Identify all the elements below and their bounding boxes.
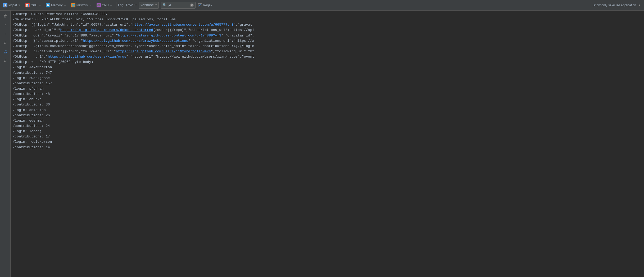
logcat-dropdown-icon: ▼ [18, 4, 21, 7]
log-line: /contributions: 17 [13, 134, 642, 139]
gpu-icon: 🎮 [97, 3, 101, 7]
main-container: 🗑 ↑ ↓ ⚙ 🖨 ⚙ /OkHttp: OkHttp-Received-Mil… [0, 11, 644, 277]
log-line: /OkHttp: tarred_url":"https://api.github… [13, 27, 642, 33]
log-line: /OkHttp: OkHttp-Received-Millis: 1459600… [13, 12, 642, 17]
log-line: /contributions: 747 [13, 70, 642, 76]
settings-button[interactable]: ⚙ [1, 57, 10, 65]
show-selected-label: Show only selected application [593, 3, 636, 7]
gpu-tab[interactable]: 🎮 GPU ↔ [94, 2, 115, 9]
regex-button[interactable]: ✓ Regex [196, 2, 214, 9]
memory-icon: 💾 [46, 3, 50, 7]
show-selected-button[interactable]: Show only selected application ▼ [591, 2, 643, 9]
log-line: /OkHttp: }","subscriptions_url":"https:/… [13, 38, 642, 44]
log-line: /login: eburke [13, 97, 642, 102]
log-line: /contributions: 157 [13, 81, 642, 86]
log-line: /contributions: 24 [13, 123, 642, 129]
log-line: /OkHttp: .github.com/users/ransombriggs/… [13, 44, 642, 49]
cpu-dropdown-icon: ↔ [38, 4, 41, 7]
log-line: /login: loganj [13, 129, 642, 134]
log-line: /OkHttp: [{"login":"JakeWharton","id":66… [13, 22, 642, 27]
scroll-top-button[interactable]: ↑ [1, 21, 10, 29]
log-line: /login: JakeWharton [13, 65, 642, 70]
logcat-tab[interactable]: 📋 logcat ▼ [1, 2, 23, 9]
log-line: /login: pforhan [13, 86, 642, 91]
clear-search-button[interactable]: ✕ [190, 3, 194, 7]
search-input[interactable] [168, 3, 189, 7]
log-link[interactable]: https://api.github.com/users/dnkoutso/st… [60, 28, 153, 32]
log-line: /contributions: 14 [13, 145, 642, 150]
log-link[interactable]: https://api.github.com/users/crazybob/su… [83, 39, 188, 43]
scroll-bottom-button[interactable]: ↓ [1, 30, 10, 38]
log-link[interactable]: https://api.github.com/users/xian/orgs [48, 55, 126, 59]
log-line: /OkHttp: <-- END HTTP (26962-byte body) [13, 59, 642, 65]
log-line: /contributions: 26 [13, 113, 642, 118]
memory-dropdown-icon: ↔ [64, 4, 66, 7]
log-line: /OkHttp: ogin":"kryali","id":174889,"ava… [13, 33, 642, 38]
log-level-label: Log level: [118, 3, 137, 7]
regex-checkbox-icon: ✓ [198, 3, 202, 7]
log-line: /login: edenman [13, 118, 642, 123]
memory-tab[interactable]: 💾 Memory ↔ [44, 2, 68, 9]
clear-logcat-button[interactable]: 🗑 [1, 12, 10, 20]
log-line: /login: swankjesse [13, 76, 642, 81]
logcat-icon: 📋 [3, 3, 7, 7]
network-dropdown-icon: ↔ [89, 4, 92, 7]
memory-label: Memory [51, 3, 62, 7]
log-line: /OkHttp: _url":"https://api.github.com/u… [13, 54, 642, 59]
log-line: /contributions: 48 [13, 91, 642, 97]
logcat-label: logcat [8, 3, 17, 7]
cpu-icon: 📊 [25, 3, 30, 7]
search-icon: 🔍 [163, 3, 167, 7]
log-link[interactable]: https://api.github.com/users/jjNford/fol… [116, 49, 211, 53]
filter-button[interactable]: ⚙ [1, 39, 10, 47]
show-selected-dropdown-icon: ▼ [638, 4, 641, 7]
log-line: /contributions: 36 [13, 102, 642, 107]
gpu-label: GPU [102, 3, 109, 7]
network-icon: 🌐 [71, 3, 75, 7]
toolbar: 📋 logcat ▼ 📊 CPU ↔ 💾 Memory ↔ 🌐 Network … [0, 0, 644, 11]
cpu-label: CPU [31, 3, 37, 7]
network-label: Network [76, 3, 88, 7]
log-link[interactable]: https://avatars.githubusercontent.com/u/… [118, 34, 221, 38]
gpu-dropdown-icon: ↔ [110, 4, 112, 7]
regex-label: Regex [203, 3, 212, 7]
search-box: 🔍 ✕ [161, 2, 196, 9]
sidebar: 🗑 ↑ ↓ ⚙ 🖨 ⚙ [0, 11, 11, 277]
print-button[interactable]: 🖨 [1, 48, 10, 56]
log-level-select[interactable]: Verbose ▼ [139, 2, 159, 9]
log-content[interactable]: /OkHttp: OkHttp-Received-Millis: 1459600… [11, 11, 644, 277]
network-tab[interactable]: 🌐 Network ↔ [69, 2, 94, 9]
log-line: /login: dnkoutso [13, 108, 642, 113]
separator-1 [116, 2, 116, 8]
log-link[interactable]: https://avatars.githubusercontent.com/u/… [132, 23, 233, 27]
log-line: /dalvikvm: GC_FOR_ALLOC freed 391K, 15% … [13, 17, 642, 22]
log-line: /login: rcdickerson [13, 139, 642, 145]
log-level-dropdown-icon: ▼ [155, 4, 157, 7]
cpu-tab[interactable]: 📊 CPU ↔ [23, 2, 43, 9]
log-level-value: Verbose [140, 3, 154, 7]
log-line: /OkHttp: ://github.com/jjNford","followe… [13, 49, 642, 54]
